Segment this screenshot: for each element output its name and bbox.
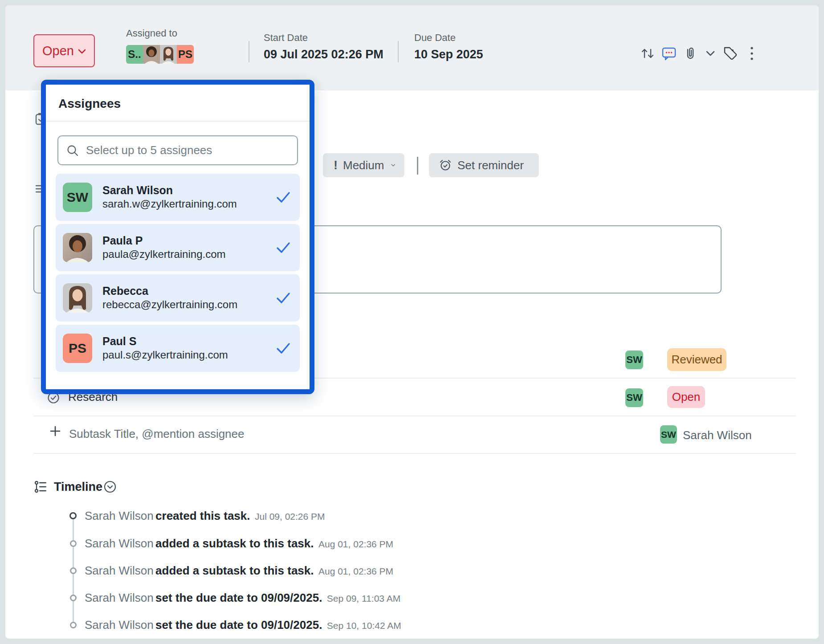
timeline-action: created this task.: [155, 509, 250, 522]
assignee-option-paula-p[interactable]: Paula P paula@zylkertraining.com: [56, 224, 300, 271]
selected-check-icon: [276, 241, 291, 254]
start-date-label: Start Date: [264, 32, 308, 44]
timeline-timestamp: Aug 01, 02:36 PM: [318, 539, 393, 549]
avatar-initials[interactable]: S..: [126, 45, 143, 64]
avatar-photo-paula: [63, 233, 92, 262]
assignee-email: sarah.w@zylkertraining.com: [102, 197, 276, 211]
timeline-timestamp: Aug 01, 02:36 PM: [318, 566, 393, 576]
priority-icon: !: [334, 159, 338, 172]
assigned-to-label: Assigned to: [126, 28, 177, 39]
assignee-option-paul-s[interactable]: PS Paul S paul.s@zylkertraining.com: [56, 325, 300, 372]
search-icon: [66, 144, 79, 157]
avatar-initials[interactable]: PS: [177, 45, 194, 64]
subtask-assignee-avatar[interactable]: SW: [625, 388, 643, 407]
tag-icon[interactable]: [720, 44, 741, 63]
assignee-name: Paul S: [102, 334, 276, 348]
divider: [417, 157, 418, 175]
timeline-action: set the due date to 09/10/2025.: [155, 618, 322, 632]
divider: [249, 41, 249, 62]
selected-check-icon: [276, 191, 291, 204]
selected-check-icon: [276, 342, 291, 355]
avatar-initials: SW: [63, 183, 92, 212]
assignee-email: rebecca@zylkertraining.com: [102, 298, 276, 311]
assignee-option-rebecca[interactable]: Rebecca rebecca@zylkertraining.com: [56, 274, 300, 322]
timeline-bullet: [70, 595, 77, 601]
due-date-value[interactable]: 10 Sep 2025: [414, 48, 483, 61]
divider: [46, 121, 310, 122]
assignees-popup: Assignees SW Sarah Wilson sarah.w@zylker…: [41, 80, 314, 394]
assignees-popup-title: Assignees: [46, 85, 310, 121]
avatar-photo-rebecca: [63, 283, 92, 313]
timeline-actor: Sarah Wilson: [85, 537, 154, 550]
status-label: Open: [42, 44, 74, 58]
timeline-bullet: [69, 512, 77, 519]
priority-dropdown[interactable]: ! Medium: [323, 153, 404, 177]
set-reminder-button[interactable]: Set reminder: [429, 153, 539, 177]
timeline-action: added a subtask to this task.: [155, 537, 314, 550]
timeline-entry: Sarah Wilson added a subtask to this tas…: [85, 564, 393, 578]
timeline-timestamp: Jul 09, 02:26 PM: [255, 511, 325, 522]
timeline-bullet: [70, 540, 77, 547]
timeline-entry: Sarah Wilson added a subtask to this tas…: [85, 537, 393, 550]
assignee-option-sarah-wilson[interactable]: SW Sarah Wilson sarah.w@zylkertraining.c…: [56, 174, 300, 221]
timeline-collapse-icon[interactable]: [103, 480, 117, 495]
timeline-action: added a subtask to this task.: [155, 564, 314, 577]
status-dropdown[interactable]: Open: [33, 34, 95, 67]
timeline-timestamp: Sep 09, 11:03 AM: [327, 593, 400, 603]
subtask-status-badge[interactable]: Reviewed: [667, 348, 726, 371]
assignee-list: SW Sarah Wilson sarah.w@zylkertraining.c…: [46, 174, 310, 375]
assignee-name: Sarah Wilson: [102, 183, 276, 197]
comments-icon[interactable]: [658, 44, 680, 63]
attachment-icon[interactable]: [680, 44, 701, 63]
timeline-actor: Sarah Wilson: [85, 591, 154, 604]
chevron-down-icon[interactable]: [701, 44, 720, 63]
assignee-name: Rebecca: [102, 284, 276, 298]
alarm-icon: [439, 159, 452, 172]
priority-label: Medium: [343, 159, 384, 172]
timeline-entry: Sarah Wilson created this task. Jul 09, …: [85, 509, 325, 523]
add-subtask-assignee-avatar[interactable]: SW: [660, 425, 677, 444]
timeline-bullet: [70, 622, 77, 628]
divider: [33, 453, 796, 454]
subtask-status-badge[interactable]: Open: [667, 386, 705, 408]
avatar-photo-rebecca[interactable]: [160, 45, 177, 64]
chevron-down-icon: [78, 49, 86, 54]
start-date-value[interactable]: 09 Jul 2025 02:26 PM: [264, 48, 383, 61]
timeline-actor: Sarah Wilson: [85, 618, 154, 632]
more-icon[interactable]: [741, 44, 763, 63]
assignee-name: Paula P: [102, 234, 276, 247]
assignee-email: paula@zylkertraining.com: [102, 247, 276, 261]
assignee-avatar-group[interactable]: S.. PS: [126, 45, 194, 64]
add-subtask-assignee-name: Sarah Wilson: [683, 428, 752, 442]
due-date-label: Due Date: [414, 32, 456, 44]
timeline-entry: Sarah Wilson set the due date to 09/10/2…: [85, 618, 401, 632]
sort-icon[interactable]: [637, 44, 658, 63]
selected-check-icon: [276, 292, 291, 304]
timeline-icon: [33, 479, 49, 496]
avatar-initials: PS: [63, 334, 92, 363]
timeline-entry: Sarah Wilson set the due date to 09/09/2…: [85, 591, 400, 605]
divider: [398, 41, 399, 62]
timeline-actor: Sarah Wilson: [85, 564, 154, 577]
assignee-email: paul.s@zylkertraining.com: [102, 348, 276, 362]
subtask-assignee-avatar[interactable]: SW: [625, 351, 643, 369]
timeline-action: set the due date to 09/09/2025.: [155, 591, 322, 604]
add-subtask-icon[interactable]: [49, 425, 61, 439]
timeline-title: Timeline: [54, 480, 102, 494]
task-detail-page: Open Assigned to S.. PS Start Date 09 Ju…: [0, 0, 824, 644]
divider: [33, 416, 796, 416]
avatar-photo-paula[interactable]: [143, 45, 160, 64]
timeline-timestamp: Sep 10, 10:42 AM: [327, 620, 401, 631]
timeline-actor: Sarah Wilson: [85, 509, 154, 522]
add-subtask-input[interactable]: [68, 427, 380, 441]
assignee-search[interactable]: [57, 135, 298, 165]
set-reminder-label: Set reminder: [457, 159, 524, 172]
assignee-search-input[interactable]: [85, 143, 289, 158]
chevron-down-icon: [391, 163, 396, 167]
timeline-bullet: [70, 567, 77, 574]
